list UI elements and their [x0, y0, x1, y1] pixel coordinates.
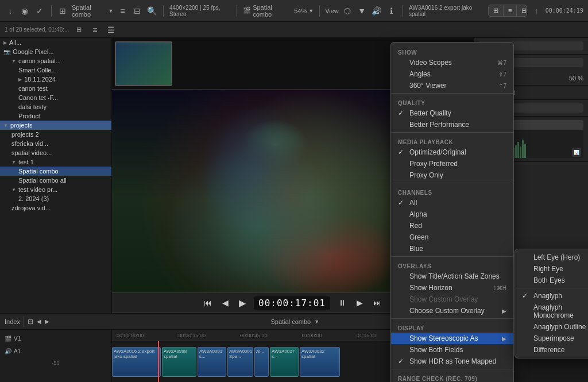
sidebar-item-test1[interactable]: ▼ test 1 — [0, 157, 111, 167]
angles-item[interactable]: Angles ⇧7 — [391, 68, 513, 80]
360viewer-item[interactable]: 360° Viewer ⌃7 — [391, 80, 513, 91]
all-channels-item[interactable]: ✓ All — [391, 197, 513, 209]
channels-section-label: CHANNELS — [391, 185, 513, 197]
filter-icon-2[interactable]: ☰ — [105, 24, 117, 36]
optimized-original-item[interactable]: ✓ Optimized/Original — [391, 146, 513, 158]
step-back-button[interactable]: ◀ — [220, 296, 231, 310]
sidebar-item-2024-3[interactable]: 2. 2024 (3) — [0, 194, 111, 203]
scope-icon[interactable]: ⬡ — [342, 5, 353, 17]
clip-3[interactable]: AW3A0001 s... — [198, 347, 226, 377]
segment-list[interactable]: ≡ — [504, 5, 517, 16]
list-icon[interactable]: ⊞ — [72, 24, 85, 36]
arrow-icon: ▶ — [502, 308, 506, 314]
sidebar-item-zdrojova[interactable]: zdrojova vid... — [0, 203, 111, 213]
clip-6[interactable]: AW3A0027 s... — [270, 347, 299, 377]
sidebar-item-product[interactable]: Product — [0, 111, 111, 121]
clip-label: AW3A9998 spatial — [163, 348, 196, 360]
sidebar-item-spatial-video[interactable]: spatial video... — [0, 148, 111, 157]
sidebar-item-canon-tet[interactable]: Canon tet -F... — [0, 93, 111, 102]
clip-2[interactable]: AW3A9998 spatial — [162, 347, 196, 377]
sidebar-item-date1[interactable]: ▶ 18.11.2024 — [0, 75, 111, 84]
title-safe-item[interactable]: Show Title/Action Safe Zones — [391, 271, 513, 282]
play-button[interactable]: ▶ — [237, 295, 248, 311]
filter-icon[interactable]: ▼ — [357, 5, 368, 17]
zoom-control[interactable]: 54% ▼ — [294, 7, 314, 14]
arrow-tl-right-icon[interactable]: ▶ — [579, 318, 583, 325]
timeline-tracks: AW3A0016 2 export jako spatial AW3A9998 … — [112, 341, 588, 382]
show-both-fields-item[interactable]: Show Both Fields — [391, 344, 513, 356]
proxy-preferred-item[interactable]: Proxy Preferred — [391, 158, 513, 169]
import-icon[interactable]: ↓ — [5, 5, 16, 17]
clip-label: AW3A0032 spatial — [300, 348, 339, 360]
arrow-icon[interactable]: ◀ — [37, 318, 41, 325]
video-scopes-item[interactable]: Video Scopes ⌘7 — [391, 57, 513, 68]
sidebar-item-spatial-combo[interactable]: Spatial combo — [0, 167, 111, 176]
better-quality-item[interactable]: ✓ Better Quality — [391, 107, 513, 119]
proxy-only-item[interactable]: Proxy Only — [391, 169, 513, 181]
sidebar-item-label: test video pr... — [18, 186, 57, 193]
item-label: Better Performance — [409, 121, 469, 129]
clip-5[interactable]: AI... — [254, 347, 269, 377]
thumbnail-selected[interactable] — [115, 41, 172, 86]
chevron-seq-icon[interactable]: ▼ — [314, 319, 319, 325]
overlays-section-label: OVERLAYS — [391, 258, 513, 271]
sidebar-item-spatial-all[interactable]: Spatial combo all — [0, 176, 111, 185]
horizon-item[interactable]: Show Horizon ⇧⌘H — [391, 282, 513, 294]
sidebar-item-projects2[interactable]: projects 2 — [0, 130, 111, 139]
clip-7[interactable]: AW3A0032 spatial — [300, 347, 340, 377]
sidebar-item-all[interactable]: ▶ All... — [0, 38, 111, 47]
sidebar-item-canon-test[interactable]: canon test — [0, 84, 111, 93]
info-icon[interactable]: ℹ — [386, 5, 397, 17]
arrow-icon: ▼ — [11, 187, 16, 192]
sidebar-item-smart[interactable]: Smart Colle... — [0, 65, 111, 75]
check-icon: ✓ — [398, 199, 406, 207]
library-selector[interactable]: Spatial combo ▼ — [72, 4, 114, 18]
check-icon[interactable]: ✓ — [34, 5, 45, 17]
step-forward-button[interactable]: ▶ — [354, 296, 365, 310]
timeline-main: 00:00:00:00 00:00:15:00 00:00:45:00 01:0… — [112, 330, 588, 382]
timeline-icon[interactable]: ⊟ — [28, 318, 33, 326]
arrow-icon: ▼ — [3, 123, 8, 128]
sidebar-item-dalsi[interactable]: dalsi testy — [0, 102, 111, 111]
icon-2[interactable]: ⊟ — [131, 5, 143, 17]
key-icon[interactable]: ◉ — [20, 5, 31, 17]
clip-4[interactable]: AW3A0001 Spa... — [227, 347, 253, 377]
blue-item[interactable]: Blue — [391, 243, 513, 254]
rewind-button[interactable]: ⏮ — [202, 296, 214, 310]
better-performance-item[interactable]: Better Performance — [391, 119, 513, 130]
library-icon[interactable]: ⊞ — [57, 5, 68, 17]
icon-1[interactable]: ≡ — [117, 5, 129, 17]
clip-1[interactable]: AW3A0016 2 export jako spatial — [112, 347, 161, 377]
show-stereoscopic-item[interactable]: Show Stereoscopic As ▶ — [391, 333, 513, 344]
sort-icon[interactable]: ≡ — [88, 24, 101, 36]
sequence-name[interactable]: Spatial combo — [270, 318, 311, 325]
sidebar-item-canon-spatial[interactable]: ▼ canon spatial... — [0, 56, 111, 65]
view-button[interactable]: View — [326, 5, 338, 17]
pause-button[interactable]: ⏸ — [336, 296, 349, 310]
alpha-item[interactable]: Alpha — [391, 209, 513, 220]
sidebar-item-projects[interactable]: ▼ projects — [0, 121, 111, 130]
audio-icon[interactable]: 🔊 — [371, 5, 382, 17]
sidebar-item-test-video[interactable]: ▼ test video pr... — [0, 185, 111, 194]
search-icon[interactable]: 🔍 — [146, 5, 158, 17]
segment-grid[interactable]: ⊞ — [489, 5, 504, 16]
track-name: V1 — [14, 335, 21, 342]
scope-icon-btn[interactable]: 📊 — [572, 148, 581, 157]
sidebar-item-sfericka[interactable]: sfericka vid... — [0, 139, 111, 148]
forward-button[interactable]: ⏭ — [371, 296, 384, 310]
green-item[interactable]: Green — [391, 231, 513, 243]
quality-section-label: QUALITY — [391, 95, 513, 107]
ruler-mark: 00:00:15:00 — [179, 333, 206, 338]
segment-timeline[interactable]: ⊟ — [517, 5, 527, 16]
bar — [517, 142, 519, 158]
choose-custom-overlay-item[interactable]: Choose Custom Overlay ▶ — [391, 305, 513, 317]
show-hdr-item[interactable]: ✓ Show HDR as Tone Mapped — [391, 356, 513, 367]
red-item[interactable]: Red — [391, 220, 513, 231]
sidebar-item-google[interactable]: 📷 Google Pixel... — [0, 47, 111, 56]
sidebar-item-label: Spatial combo — [18, 168, 59, 175]
arrow-tl-icon[interactable]: ◀ — [571, 318, 575, 325]
item-label: Blue — [409, 245, 423, 253]
arrow-right-icon[interactable]: ▶ — [45, 318, 49, 325]
share-icon[interactable]: ↑ — [531, 5, 542, 17]
second-toolbar: 1 of 28 selected, 01:48:... ⊞ ≡ ☰ — [0, 22, 588, 38]
